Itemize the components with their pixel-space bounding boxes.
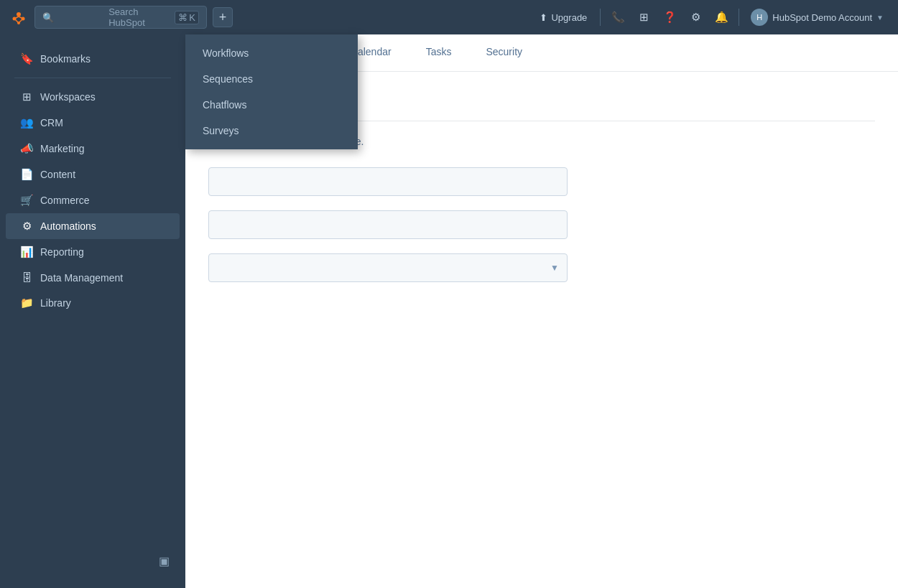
commerce-icon: 🛒 [20, 194, 33, 207]
sidebar-item-crm[interactable]: 👥 CRM [6, 110, 180, 136]
sidebar-item-data-management[interactable]: 🗄 Data Management [6, 265, 180, 290]
svg-point-0 [17, 12, 21, 17]
topbar-actions: ⬆ Upgrade 📞 ⊞ ❓ ⚙ 🔔 H HubSpot Demo Accou… [532, 6, 889, 29]
sidebar-item-commerce[interactable]: 🛒 Commerce [6, 187, 180, 213]
search-icon: 🔍 [42, 12, 104, 23]
settings-icon[interactable]: ⚙ [684, 6, 707, 29]
library-icon: 📁 [20, 297, 33, 309]
main-layout: 🔖 Bookmarks ⊞ Workspaces 👥 CRM 📣 Marketi… [0, 34, 898, 588]
automations-dropdown: Workflows Sequences Chatflows Surveys [185, 34, 358, 149]
sidebar-toggle-button[interactable]: ▣ [154, 551, 174, 571]
sidebar-item-label: Automations [40, 220, 96, 232]
topbar-divider-1 [600, 9, 601, 26]
dropdown-item-surveys[interactable]: Surveys [185, 118, 358, 144]
svg-line-6 [19, 19, 23, 23]
sidebar-divider [14, 78, 171, 78]
avatar: H [751, 9, 768, 26]
upgrade-button[interactable]: ⬆ Upgrade [532, 6, 594, 29]
workspaces-icon: ⊞ [20, 90, 33, 103]
help-icon[interactable]: ❓ [658, 6, 681, 29]
form-select-wrapper: ▼ [208, 253, 568, 282]
dropdown-item-sequences[interactable]: Sequences [185, 66, 358, 92]
sidebar-item-label: Workspaces [40, 91, 96, 103]
sidebar-item-label: Content [40, 169, 75, 180]
dropdown-item-workflows[interactable]: Workflows [185, 40, 358, 66]
upgrade-icon: ⬆ [540, 12, 547, 23]
topbar: 🔍 Search HubSpot ⌘ K + ⬆ Upgrade 📞 ⊞ ❓ ⚙… [0, 0, 898, 34]
form-field-1 [208, 167, 875, 196]
search-shortcut: ⌘ K [175, 11, 199, 24]
sidebar-item-bookmarks[interactable]: 🔖 Bookmarks [6, 46, 180, 72]
search-bar[interactable]: 🔍 Search HubSpot ⌘ K [34, 6, 207, 29]
sidebar-toggle-icon: ▣ [159, 554, 170, 568]
sidebar-footer: ▣ [0, 545, 185, 577]
dropdown-item-chatflows[interactable]: Chatflows [185, 92, 358, 118]
sidebar-item-label: Reporting [40, 246, 84, 258]
data-management-icon: 🗄 [20, 271, 33, 284]
bookmarks-icon: 🔖 [20, 52, 33, 65]
tab-security[interactable]: Security [468, 34, 540, 71]
sidebar: 🔖 Bookmarks ⊞ Workspaces 👥 CRM 📣 Marketi… [0, 34, 185, 588]
create-button[interactable]: + [213, 7, 233, 27]
calling-icon[interactable]: 📞 [606, 6, 629, 29]
svg-line-7 [14, 19, 19, 23]
account-button[interactable]: H HubSpot Demo Account ▼ [745, 6, 889, 29]
crm-icon: 👥 [20, 116, 33, 129]
form-input-1[interactable] [208, 167, 568, 196]
sidebar-item-label: Bookmarks [40, 53, 91, 65]
search-placeholder: Search HubSpot [108, 6, 170, 28]
form-field-2 [208, 210, 875, 239]
automations-icon: ⚙ [20, 220, 33, 233]
grid-icon[interactable]: ⊞ [632, 6, 655, 29]
sidebar-item-label: Marketing [40, 143, 84, 154]
sidebar-item-label: Library [40, 297, 71, 309]
marketing-icon: 📣 [20, 142, 33, 155]
sidebar-item-label: CRM [40, 117, 63, 129]
sidebar-item-label: Commerce [40, 195, 89, 206]
form-field-3: ▼ [208, 253, 875, 282]
sidebar-item-automations[interactable]: ⚙ Automations [6, 213, 180, 239]
chevron-down-icon: ▼ [876, 14, 884, 22]
sidebar-item-workspaces[interactable]: ⊞ Workspaces [6, 84, 180, 110]
reporting-icon: 📊 [20, 246, 33, 258]
form-select[interactable] [208, 253, 568, 282]
content-icon: 📄 [20, 168, 33, 181]
sidebar-item-content[interactable]: 📄 Content [6, 162, 180, 187]
sidebar-item-label: Data Management [40, 272, 123, 284]
notifications-icon[interactable]: 🔔 [710, 6, 733, 29]
topbar-divider-2 [739, 9, 739, 26]
hubspot-logo [9, 7, 29, 27]
sidebar-item-marketing[interactable]: 📣 Marketing [6, 136, 180, 162]
tab-tasks[interactable]: Tasks [409, 34, 469, 71]
sidebar-item-library[interactable]: 📁 Library [6, 290, 180, 316]
sidebar-item-reporting[interactable]: 📊 Reporting [6, 239, 180, 265]
form-input-2[interactable] [208, 210, 568, 239]
